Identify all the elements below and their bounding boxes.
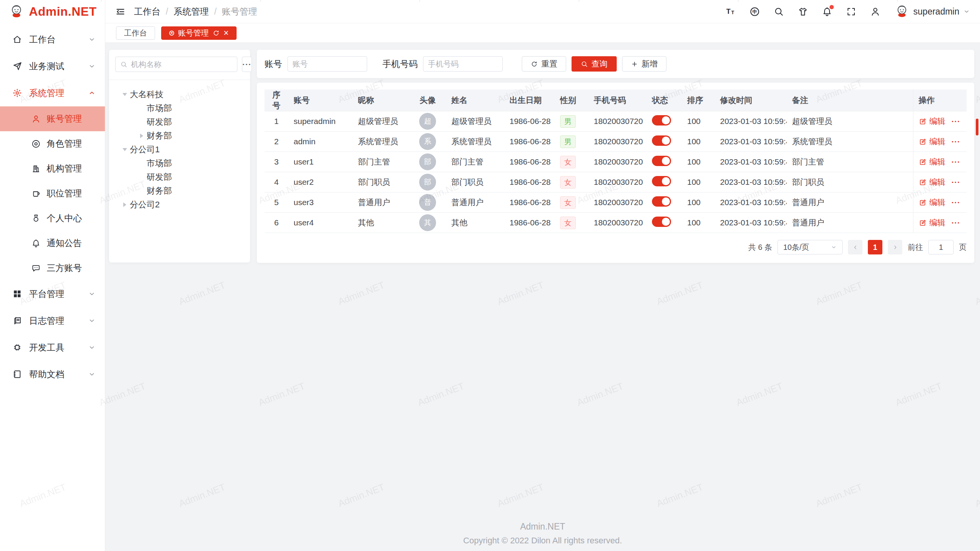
edit-button[interactable]: 编辑 <box>919 177 946 187</box>
user-menu[interactable]: superadmin <box>894 4 970 19</box>
row-more-button[interactable]: ··· <box>952 137 960 146</box>
person-icon[interactable] <box>870 7 880 17</box>
cell-order: 100 <box>682 192 715 213</box>
main-column: 账号 手机号码 重置 查询 <box>257 50 974 551</box>
tree-node[interactable]: 研发部 <box>115 170 244 184</box>
page-size-select[interactable]: 10条/页 <box>777 240 843 254</box>
status-toggle[interactable] <box>652 176 671 186</box>
tree-node[interactable]: 市场部 <box>115 101 244 115</box>
plus-icon <box>631 60 638 68</box>
scrollbar-thumb[interactable] <box>976 119 978 135</box>
status-toggle[interactable] <box>652 217 671 227</box>
sidebar-item-profile-center[interactable]: 个人中心 <box>0 206 105 231</box>
page-unit: 页 <box>959 242 967 253</box>
sidebar-item-role-mgmt[interactable]: 角色管理 <box>0 131 105 156</box>
font-size-icon[interactable]: TT <box>725 7 736 17</box>
tab-account-mgmt[interactable]: 账号管理 × <box>161 26 237 40</box>
notification-bell-icon[interactable] <box>822 7 832 17</box>
sidebar-item-business-test[interactable]: 业务测试 <box>0 53 105 80</box>
status-toggle[interactable] <box>652 115 671 126</box>
refresh-icon <box>531 60 538 68</box>
row-more-button[interactable]: ··· <box>952 158 960 166</box>
cell-name: 部门主管 <box>446 152 504 172</box>
phone-input[interactable] <box>428 60 498 68</box>
breadcrumb-item[interactable]: 系统管理 <box>173 6 209 18</box>
next-page-button[interactable] <box>888 240 902 254</box>
cell-gender: 女 <box>555 192 588 213</box>
cell-remark: 部门主管 <box>787 152 913 172</box>
cell-name: 系统管理员 <box>446 132 504 152</box>
close-icon[interactable]: × <box>224 29 229 37</box>
tree-node[interactable]: 财务部 <box>115 184 244 198</box>
tree-node[interactable]: 分公司2 <box>115 198 244 212</box>
logs-icon <box>12 316 22 326</box>
sidebar-item-notice[interactable]: 通知公告 <box>0 231 105 256</box>
add-button[interactable]: 新增 <box>622 56 666 72</box>
cell-phone: 18020030720 <box>588 192 647 213</box>
org-search-input[interactable] <box>131 60 232 69</box>
query-button[interactable]: 查询 <box>572 56 617 72</box>
edit-button[interactable]: 编辑 <box>919 217 946 228</box>
refresh-icon[interactable] <box>212 29 220 37</box>
search-icon[interactable] <box>774 7 784 17</box>
cell-status <box>647 213 682 233</box>
current-page[interactable]: 1 <box>868 240 882 254</box>
sidebar-item-log-mgmt[interactable]: 日志管理 <box>0 307 105 334</box>
org-search-box <box>115 57 237 72</box>
theme-icon[interactable] <box>798 7 808 17</box>
cell-order: 100 <box>682 152 715 172</box>
main-area: 工作台 / 系统管理 / 账号管理 TT 中 superadmin <box>105 0 980 551</box>
goto-page-input[interactable] <box>928 240 954 254</box>
breadcrumb-item[interactable]: 工作台 <box>134 6 160 18</box>
sidebar-item-post-mgmt[interactable]: 职位管理 <box>0 181 105 206</box>
row-more-button[interactable]: ··· <box>952 178 960 187</box>
reset-button[interactable]: 重置 <box>522 56 566 72</box>
sidebar-item-workbench[interactable]: 工作台 <box>0 26 105 53</box>
status-toggle[interactable] <box>652 156 671 166</box>
chip-icon <box>12 342 22 352</box>
sidebar-item-help-docs[interactable]: 帮助文档 <box>0 361 105 388</box>
cell-actions: 编辑··· <box>913 172 967 192</box>
edit-icon <box>919 117 927 126</box>
cell-modified-time: 2023-01-03 10:59:44 <box>715 111 787 132</box>
edit-button[interactable]: 编辑 <box>919 116 946 127</box>
org-more-button[interactable]: ··· <box>242 57 252 72</box>
caret-right-icon[interactable] <box>120 200 130 210</box>
edit-button[interactable]: 编辑 <box>919 197 946 208</box>
sidebar-item-system-mgmt[interactable]: 系统管理 <box>0 80 105 106</box>
cell-avatar: 其 <box>409 213 446 233</box>
sidebar-item-platform-mgmt[interactable]: 平台管理 <box>0 280 105 307</box>
caret-down-icon[interactable] <box>120 90 130 99</box>
row-more-button[interactable]: ··· <box>952 198 960 207</box>
tab-workbench[interactable]: 工作台 <box>116 26 155 40</box>
tree-node[interactable]: 研发部 <box>115 115 244 129</box>
sidebar-item-dev-tools[interactable]: 开发工具 <box>0 334 105 361</box>
caret-right-icon[interactable] <box>137 131 147 141</box>
edit-button[interactable]: 编辑 <box>919 156 946 167</box>
fullscreen-icon[interactable] <box>846 7 856 17</box>
tree-node[interactable]: 大名科技 <box>115 88 244 101</box>
cell-index: 3 <box>265 152 288 172</box>
tree-node[interactable]: 财务部 <box>115 129 244 143</box>
status-toggle[interactable] <box>652 196 671 207</box>
sidebar-item-third-account[interactable]: 三方账号 <box>0 256 105 280</box>
cell-name: 其他 <box>446 213 504 233</box>
language-icon[interactable]: 中 <box>750 7 760 17</box>
sidebar-item-org-mgmt[interactable]: 机构管理 <box>0 156 105 181</box>
row-more-button[interactable]: ··· <box>952 117 960 126</box>
edit-button[interactable]: 编辑 <box>919 136 946 147</box>
prev-page-button[interactable] <box>848 240 862 254</box>
cell-nickname: 部门职员 <box>353 172 409 192</box>
account-input[interactable] <box>292 60 362 68</box>
row-more-button[interactable]: ··· <box>952 218 960 227</box>
tree-node[interactable]: 分公司1 <box>115 143 244 156</box>
status-toggle[interactable] <box>652 135 671 146</box>
logo[interactable]: Admin.NET <box>0 0 105 23</box>
cell-remark: 普通用户 <box>787 192 913 213</box>
collapse-menu-icon[interactable] <box>115 7 126 17</box>
sidebar-item-account-mgmt[interactable]: 账号管理 <box>0 106 105 131</box>
tree-node[interactable]: 市场部 <box>115 156 244 170</box>
cell-birthdate: 1986-06-28 <box>504 132 555 152</box>
cell-actions: 编辑··· <box>913 111 967 132</box>
caret-down-icon[interactable] <box>120 145 130 155</box>
